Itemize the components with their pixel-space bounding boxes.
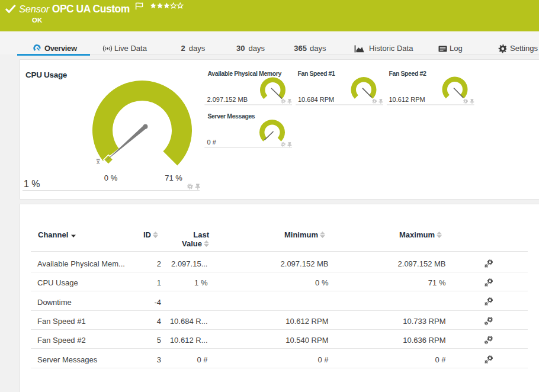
svg-text:x: x [97,158,100,165]
svg-text:71 %: 71 % [165,173,182,182]
svg-text:0 %: 0 % [104,173,118,182]
